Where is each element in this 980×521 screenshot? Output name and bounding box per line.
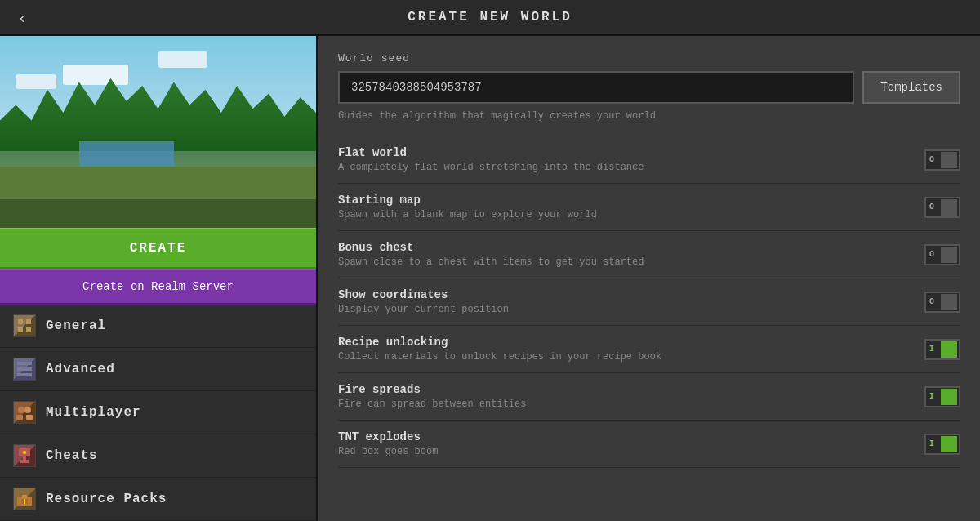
setting-row: Fire spreads Fire can spread between ent… bbox=[338, 373, 960, 421]
seed-input[interactable] bbox=[338, 71, 854, 104]
sidebar-item-multiplayer[interactable]: Multiplayer bbox=[0, 391, 316, 434]
create-button[interactable]: CREATE bbox=[0, 228, 316, 269]
toggle-thumb bbox=[941, 247, 957, 263]
svg-rect-3 bbox=[26, 327, 31, 332]
sidebar: CREATE Create on Realm Server General bbox=[0, 36, 318, 521]
svg-rect-2 bbox=[26, 319, 31, 324]
toggle-label: I bbox=[929, 345, 934, 354]
toggle-switch[interactable]: O bbox=[924, 292, 960, 313]
svg-point-14 bbox=[23, 451, 26, 454]
toggle-thumb bbox=[941, 341, 957, 358]
advanced-icon bbox=[13, 358, 36, 381]
toggle-label: I bbox=[929, 439, 934, 448]
setting-desc: Spawn with a blank map to explore your w… bbox=[338, 209, 597, 220]
toggle-label: I bbox=[929, 392, 934, 401]
toggle-label: O bbox=[929, 297, 934, 306]
toggle-track[interactable]: O bbox=[924, 244, 960, 265]
setting-info: Bonus chest Spawn close to a chest with … bbox=[338, 241, 644, 268]
setting-info: Recipe unlocking Collect materials to un… bbox=[338, 336, 662, 363]
back-button[interactable]: ‹ bbox=[13, 5, 32, 30]
sidebar-item-advanced[interactable]: Advanced bbox=[0, 348, 316, 391]
multiplayer-icon bbox=[13, 401, 36, 424]
setting-name: Recipe unlocking bbox=[338, 336, 662, 349]
toggle-track[interactable]: I bbox=[924, 434, 960, 455]
svg-rect-10 bbox=[26, 415, 33, 420]
setting-name: TNT explodes bbox=[338, 430, 438, 443]
setting-desc: Display your current position bbox=[338, 304, 509, 315]
setting-info: Flat world A completely flat world stret… bbox=[338, 146, 644, 173]
setting-name: Fire spreads bbox=[338, 383, 526, 396]
toggle-track[interactable]: O bbox=[924, 149, 960, 171]
setting-desc: Collect materials to unlock recipes in y… bbox=[338, 351, 662, 363]
setting-desc: Fire can spread between entities bbox=[338, 399, 526, 410]
world-seed-label: World seed bbox=[338, 52, 960, 65]
resource-packs-icon bbox=[13, 488, 36, 510]
world-preview bbox=[0, 36, 316, 228]
svg-rect-0 bbox=[18, 319, 23, 324]
settings-list: Flat world A completely flat world stret… bbox=[338, 136, 960, 468]
svg-rect-4 bbox=[17, 362, 32, 365]
setting-info: Starting map Spawn with a blank map to e… bbox=[338, 194, 597, 220]
setting-row: Flat world A completely flat world stret… bbox=[338, 136, 960, 184]
toggle-switch[interactable]: I bbox=[924, 339, 960, 360]
toggle-track[interactable]: O bbox=[924, 292, 960, 313]
toggle-thumb bbox=[941, 436, 957, 452]
setting-name: Show coordinates bbox=[338, 288, 509, 301]
toggle-switch[interactable]: I bbox=[924, 434, 960, 455]
nav-items: General Advanced bbox=[0, 305, 316, 521]
setting-row: Show coordinates Display your current po… bbox=[338, 278, 960, 326]
svg-rect-18 bbox=[24, 499, 25, 504]
toggle-switch[interactable]: O bbox=[924, 149, 960, 171]
toggle-label: O bbox=[929, 155, 934, 164]
setting-info: Show coordinates Display your current po… bbox=[338, 288, 509, 315]
toggle-switch[interactable]: I bbox=[924, 386, 960, 407]
toggle-track[interactable]: O bbox=[924, 197, 960, 218]
svg-rect-1 bbox=[18, 327, 23, 332]
setting-desc: A completely flat world stretching into … bbox=[338, 162, 644, 173]
sidebar-multiplayer-label: Multiplayer bbox=[46, 405, 141, 420]
toggle-label: O bbox=[929, 203, 934, 212]
toggle-thumb bbox=[941, 199, 957, 216]
svg-point-8 bbox=[24, 407, 31, 413]
seed-row: Templates bbox=[338, 71, 960, 104]
content-area: World seed Templates Guides the algorith… bbox=[318, 36, 980, 521]
svg-point-7 bbox=[18, 407, 24, 413]
sidebar-resource-packs-label: Resource Packs bbox=[46, 492, 167, 506]
toggle-switch[interactable]: O bbox=[924, 244, 960, 265]
toggle-thumb bbox=[941, 389, 957, 405]
page-title: CREATE NEW WORLD bbox=[408, 10, 572, 24]
seed-hint: Guides the algorithm that magically crea… bbox=[338, 110, 960, 122]
toggle-switch[interactable]: O bbox=[924, 197, 960, 218]
svg-rect-6 bbox=[17, 373, 32, 376]
templates-button[interactable]: Templates bbox=[862, 71, 960, 104]
toggle-thumb bbox=[941, 152, 957, 168]
setting-desc: Red box goes boom bbox=[338, 446, 438, 457]
setting-row: Starting map Spawn with a blank map to e… bbox=[338, 184, 960, 231]
svg-rect-13 bbox=[20, 460, 29, 463]
setting-name: Bonus chest bbox=[338, 241, 644, 254]
toggle-label: O bbox=[929, 250, 934, 259]
setting-row: Recipe unlocking Collect materials to un… bbox=[338, 326, 960, 373]
setting-desc: Spawn close to a chest with items to get… bbox=[338, 256, 644, 268]
setting-name: Starting map bbox=[338, 194, 597, 207]
toggle-track[interactable]: I bbox=[924, 339, 960, 360]
sidebar-item-cheats[interactable]: Cheats bbox=[0, 434, 316, 478]
svg-rect-16 bbox=[22, 495, 27, 498]
svg-rect-5 bbox=[17, 367, 32, 371]
svg-rect-9 bbox=[16, 415, 23, 420]
cheats-icon bbox=[13, 444, 36, 467]
header: ‹ CREATE NEW WORLD bbox=[0, 0, 980, 36]
sidebar-item-general[interactable]: General bbox=[0, 305, 316, 348]
toggle-track[interactable]: I bbox=[924, 386, 960, 407]
general-icon bbox=[13, 314, 36, 337]
setting-name: Flat world bbox=[338, 146, 644, 159]
setting-info: Fire spreads Fire can spread between ent… bbox=[338, 383, 526, 410]
setting-row: TNT explodes Red box goes boom I bbox=[338, 421, 960, 468]
realm-button[interactable]: Create on Realm Server bbox=[0, 269, 316, 305]
sidebar-item-resource-packs[interactable]: Resource Packs bbox=[0, 478, 316, 521]
sidebar-general-label: General bbox=[46, 318, 106, 333]
setting-row: Bonus chest Spawn close to a chest with … bbox=[338, 231, 960, 278]
toggle-thumb bbox=[941, 294, 957, 310]
sidebar-cheats-label: Cheats bbox=[46, 448, 98, 463]
main-layout: CREATE Create on Realm Server General bbox=[0, 36, 980, 521]
